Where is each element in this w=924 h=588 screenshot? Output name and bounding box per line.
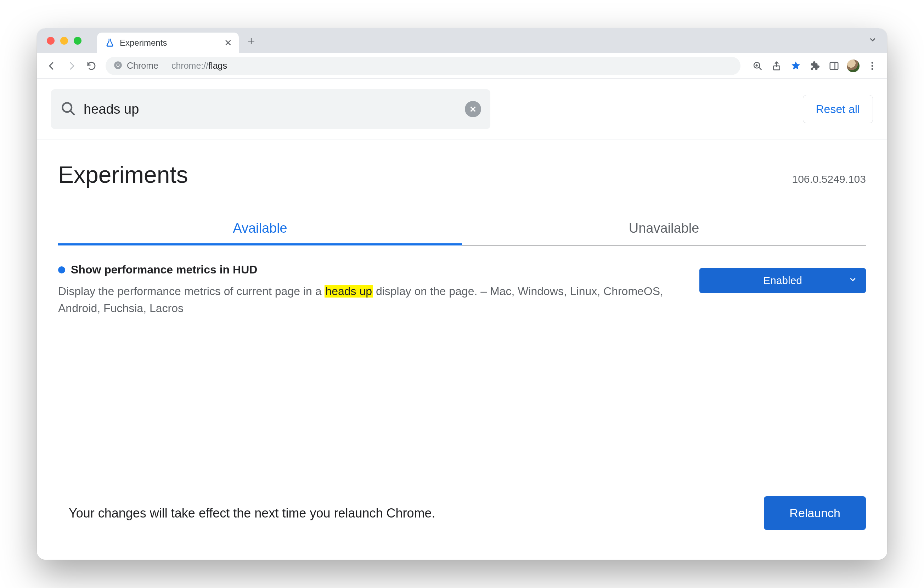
profile-avatar[interactable] [845,58,861,74]
browser-tab[interactable]: Experiments ✕ [97,33,239,53]
relaunch-message: Your changes will take effect the next t… [69,506,436,521]
maximize-window-button[interactable] [74,37,81,44]
flask-icon [105,38,115,48]
url-path: flags [208,61,227,71]
svg-point-13 [63,103,72,112]
reset-all-button[interactable]: Reset all [803,95,873,123]
browser-toolbar: Chrome chrome://flags [37,53,887,79]
flags-search-input[interactable] [84,102,457,117]
relaunch-button[interactable]: Relaunch [764,496,866,530]
svg-line-4 [759,67,761,70]
avatar-image [847,59,860,72]
svg-line-14 [71,111,74,115]
svg-point-2 [117,64,119,66]
chrome-version: 106.0.5249.103 [792,173,866,185]
svg-point-10 [871,62,873,63]
back-button[interactable] [43,58,60,74]
tab-unavailable[interactable]: Unavailable [462,213,866,245]
page-title: Experiments [58,161,188,188]
minimize-window-button[interactable] [60,37,68,44]
svg-point-11 [871,65,873,67]
search-row: Reset all [37,79,887,140]
relaunch-bar: Your changes will take effect the next t… [37,479,887,560]
chevron-down-icon [848,275,857,287]
url-scheme: chrome:// [172,61,208,71]
flag-desc-before: Display the performance metrics of curre… [58,285,325,298]
flag-state-select[interactable]: Enabled [700,268,866,293]
tab-overflow-button[interactable] [865,31,881,50]
flag-title: Show performance metrics in HUD [71,263,257,276]
header-row: Experiments 106.0.5249.103 [37,140,887,188]
clear-search-button[interactable] [465,101,481,117]
tab-available[interactable]: Available [58,213,462,245]
site-info-chip[interactable]: Chrome [113,61,158,71]
flag-description: Display the performance metrics of curre… [58,283,685,317]
browser-window: Experiments ✕ ＋ Chrome chrom [37,28,887,560]
close-tab-button[interactable]: ✕ [223,38,233,48]
modified-dot-icon [58,266,65,273]
svg-point-12 [871,68,873,70]
bookmark-star-icon[interactable] [787,58,804,74]
flag-desc-highlight: heads up [325,285,373,298]
svg-rect-8 [830,63,838,69]
page-content: Reset all Experiments 106.0.5249.103 Ava… [37,79,887,560]
side-panel-icon[interactable] [825,58,843,74]
window-controls [47,37,81,44]
flag-text: Show performance metrics in HUD Display … [58,263,685,317]
close-window-button[interactable] [47,37,54,44]
address-bar[interactable]: Chrome chrome://flags [106,57,741,75]
zoom-icon[interactable] [749,58,766,74]
menu-button[interactable] [864,58,881,74]
search-icon [60,100,76,118]
forward-button[interactable] [63,58,80,74]
flag-title-row: Show performance metrics in HUD [58,263,685,276]
chip-separator [165,61,165,71]
chrome-logo-icon [113,61,122,71]
url-text: chrome://flags [172,61,227,71]
tab-title: Experiments [120,38,218,48]
site-chip-label: Chrome [127,61,158,71]
flags-search-box[interactable] [51,89,490,129]
new-tab-button[interactable]: ＋ [243,32,260,49]
extensions-icon[interactable] [806,58,823,74]
toolbar-actions [749,58,881,74]
flags-tabs: Available Unavailable [58,213,866,245]
flag-item: Show performance metrics in HUD Display … [37,245,887,331]
flag-select-value: Enabled [763,275,802,287]
share-icon[interactable] [768,58,785,74]
tab-strip: Experiments ✕ ＋ [37,28,887,53]
reload-button[interactable] [83,58,100,74]
